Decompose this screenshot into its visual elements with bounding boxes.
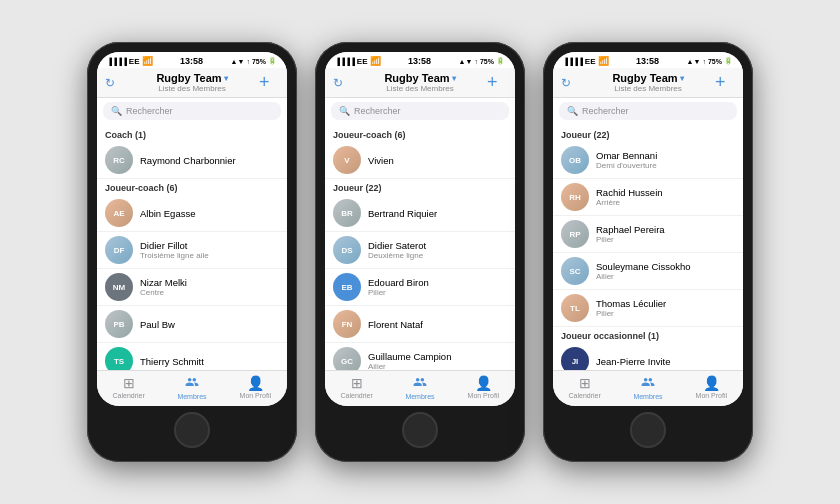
list-item[interactable]: VVivien: [325, 142, 515, 179]
list-item[interactable]: NMNizar MelkiCentre: [97, 269, 287, 306]
tab-label: Calendrier: [113, 392, 145, 399]
tab-calendrier[interactable]: ⊞Calendrier: [97, 375, 160, 400]
tab-membres[interactable]: Membres: [160, 375, 223, 400]
list-item[interactable]: RPRaphael PereiraPilier: [553, 216, 743, 253]
add-member-button[interactable]: +: [715, 72, 735, 93]
search-bar[interactable]: 🔍 Rechercher: [331, 102, 509, 120]
member-role: Ailier: [596, 272, 691, 281]
member-role: Ailier: [368, 362, 451, 370]
status-bar: ▐▐▐▐ EE 📶 13:58 ▲▼ ↑ 75% 🔋: [325, 52, 515, 68]
tab-mon-profil[interactable]: 👤Mon Profil: [452, 375, 515, 400]
member-info: Albin Egasse: [140, 208, 195, 219]
nav-bar: ↻ Rugby Team ▾ Liste des Membres +: [325, 68, 515, 98]
tab-membres[interactable]: Membres: [388, 375, 451, 400]
member-name: Jean-Pierre Invite: [596, 356, 670, 367]
member-role: Pilier: [596, 235, 665, 244]
tab-icon-1: [641, 375, 655, 392]
phone-device: ▐▐▐▐ EE 📶 13:58 ▲▼ ↑ 75% 🔋 ↻ Rugby Team …: [543, 42, 753, 462]
member-name: Vivien: [368, 155, 394, 166]
phone-device: ▐▐▐▐ EE 📶 13:58 ▲▼ ↑ 75% 🔋 ↻ Rugby Team …: [87, 42, 297, 462]
member-name: Omar Bennani: [596, 150, 657, 161]
member-name: Didier Saterot: [368, 240, 426, 251]
avatar: SC: [561, 257, 589, 285]
refresh-icon[interactable]: ↻: [561, 76, 581, 90]
chevron-down-icon: ▾: [680, 74, 684, 83]
search-icon: 🔍: [567, 106, 578, 116]
time-display: 13:58: [180, 56, 203, 66]
list-item[interactable]: PBPaul Bw: [97, 306, 287, 343]
tab-bar: ⊞CalendrierMembres👤Mon Profil: [325, 370, 515, 406]
tab-icon-0: ⊞: [351, 375, 363, 391]
refresh-icon[interactable]: ↻: [333, 76, 353, 90]
tab-icon-2: 👤: [475, 375, 492, 391]
add-member-button[interactable]: +: [259, 72, 279, 93]
time-display: 13:58: [408, 56, 431, 66]
member-role: Arrière: [596, 198, 663, 207]
list-item[interactable]: SCSouleymane CissokhoAilier: [553, 253, 743, 290]
avatar: V: [333, 146, 361, 174]
member-role: Deuxième ligne: [368, 251, 426, 260]
tab-calendrier[interactable]: ⊞Calendrier: [325, 375, 388, 400]
list-item[interactable]: RCRaymond Charbonnier: [97, 142, 287, 179]
tab-label: Membres: [633, 393, 662, 400]
member-name: Edouard Biron: [368, 277, 429, 288]
tab-calendrier[interactable]: ⊞Calendrier: [553, 375, 616, 400]
avatar: BR: [333, 199, 361, 227]
nav-bar: ↻ Rugby Team ▾ Liste des Membres +: [553, 68, 743, 98]
tab-icon-1: [185, 375, 199, 392]
member-info: Raphael PereiraPilier: [596, 224, 665, 244]
list-item[interactable]: FNFlorent Nataf: [325, 306, 515, 343]
list-item[interactable]: OBOmar BennaniDemi d'ouverture: [553, 142, 743, 179]
avatar: RC: [105, 146, 133, 174]
chevron-down-icon: ▾: [224, 74, 228, 83]
member-name: Florent Nataf: [368, 319, 423, 330]
tab-mon-profil[interactable]: 👤Mon Profil: [680, 375, 743, 400]
avatar: RH: [561, 183, 589, 211]
member-info: Paul Bw: [140, 319, 175, 330]
list-item[interactable]: EBEdouard BironPilier: [325, 269, 515, 306]
member-role: Centre: [140, 288, 187, 297]
tab-icon-2: 👤: [247, 375, 264, 391]
tab-mon-profil[interactable]: 👤Mon Profil: [224, 375, 287, 400]
list-item[interactable]: TLThomas LéculierPilier: [553, 290, 743, 327]
list-item[interactable]: DSDidier SaterotDeuxième ligne: [325, 232, 515, 269]
list-item[interactable]: TSThierry Schmitt: [97, 343, 287, 370]
list-item[interactable]: RHRachid HusseinArrière: [553, 179, 743, 216]
search-bar[interactable]: 🔍 Rechercher: [103, 102, 281, 120]
battery-status: ▲▼ ↑ 75% 🔋: [687, 57, 733, 65]
member-role: Demi d'ouverture: [596, 161, 657, 170]
avatar: TL: [561, 294, 589, 322]
tab-label: Membres: [177, 393, 206, 400]
home-button[interactable]: [630, 412, 666, 448]
member-name: Paul Bw: [140, 319, 175, 330]
tab-bar: ⊞CalendrierMembres👤Mon Profil: [97, 370, 287, 406]
member-role: Troisième ligne aile: [140, 251, 209, 260]
list-item[interactable]: GCGuillaume CampionAilier: [325, 343, 515, 370]
refresh-icon[interactable]: ↻: [105, 76, 125, 90]
list-item[interactable]: BRBertrand Riquier: [325, 195, 515, 232]
list-item[interactable]: DFDidier FillotTroisième ligne aile: [97, 232, 287, 269]
list-item[interactable]: JIJean-Pierre Invite: [553, 343, 743, 370]
time-display: 13:58: [636, 56, 659, 66]
tab-label: Calendrier: [341, 392, 373, 399]
tab-icon-2: 👤: [703, 375, 720, 391]
member-info: Raymond Charbonnier: [140, 155, 236, 166]
nav-title-sub: Liste des Membres: [581, 84, 715, 93]
member-info: Omar BennaniDemi d'ouverture: [596, 150, 657, 170]
avatar: GC: [333, 347, 361, 370]
member-info: Edouard BironPilier: [368, 277, 429, 297]
section-header: Joueur (22): [325, 179, 515, 195]
home-button[interactable]: [174, 412, 210, 448]
search-bar[interactable]: 🔍 Rechercher: [559, 102, 737, 120]
add-member-button[interactable]: +: [487, 72, 507, 93]
tab-membres[interactable]: Membres: [616, 375, 679, 400]
search-placeholder: Rechercher: [354, 106, 401, 116]
list-item[interactable]: AEAlbin Egasse: [97, 195, 287, 232]
search-placeholder: Rechercher: [126, 106, 173, 116]
home-button[interactable]: [402, 412, 438, 448]
member-name: Bertrand Riquier: [368, 208, 437, 219]
avatar: OB: [561, 146, 589, 174]
tab-label: Mon Profil: [240, 392, 272, 399]
nav-title-sub: Liste des Membres: [125, 84, 259, 93]
carrier-signal: ▐▐▐▐ EE 📶: [335, 56, 381, 66]
